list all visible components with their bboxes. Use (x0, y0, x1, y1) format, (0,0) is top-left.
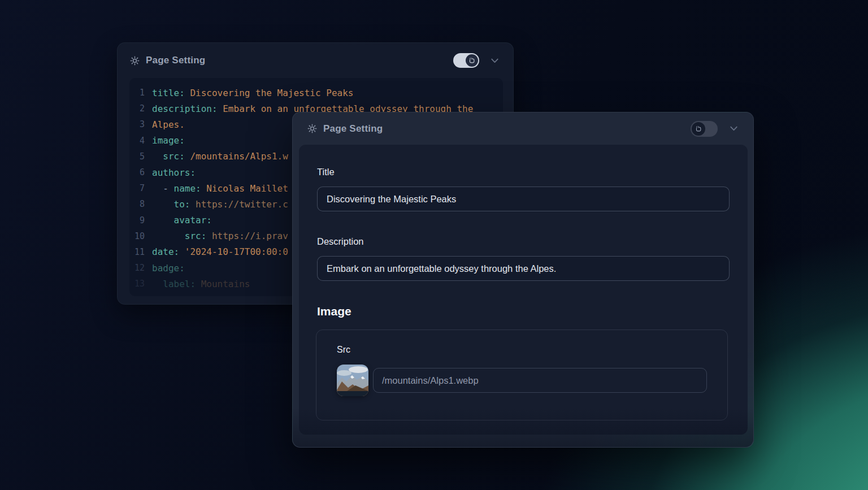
src-label: Src (337, 345, 707, 355)
line-number: 7 (129, 183, 152, 193)
page-setting-form: Title Description Image Src (299, 145, 748, 435)
description-label: Description (317, 236, 730, 247)
image-settings-card: Src (316, 329, 728, 420)
line-number: 3 (129, 119, 152, 129)
code-line: 1title: Discovering the Majestic Peaks (129, 85, 503, 101)
page-setting-form-panel: Page Setting Title Description I (292, 112, 754, 448)
line-number: 12 (129, 263, 152, 273)
form-panel-header: Page Setting (293, 112, 753, 145)
line-number: 13 (129, 279, 152, 289)
line-number: 10 (129, 231, 152, 241)
toggle-knob (466, 54, 478, 67)
title-label: Title (317, 167, 730, 177)
line-number: 9 (129, 215, 152, 226)
code-form-toggle[interactable] (691, 121, 718, 137)
gear-icon (129, 55, 140, 66)
image-thumbnail[interactable] (337, 365, 368, 396)
code-form-toggle-icon (695, 125, 702, 133)
toggle-knob (692, 122, 705, 136)
gear-icon (307, 123, 318, 134)
line-number: 4 (129, 136, 152, 146)
src-input[interactable] (373, 368, 707, 393)
line-number: 6 (129, 167, 152, 177)
line-number: 2 (129, 103, 152, 114)
line-number: 1 (129, 88, 152, 98)
code-panel-header: Page Setting (118, 43, 513, 78)
chevron-down-icon[interactable] (728, 123, 740, 135)
line-number: 8 (129, 199, 152, 209)
line-number: 11 (129, 247, 152, 257)
panel-title: Page Setting (146, 55, 205, 66)
image-section-heading: Image (317, 305, 730, 318)
panel-title: Page Setting (323, 123, 383, 135)
code-form-toggle[interactable] (453, 53, 479, 68)
title-input[interactable] (317, 187, 730, 211)
page-background: Page Setting 1title: Discovering the Maj… (0, 0, 868, 490)
mountain-photo (337, 365, 368, 396)
description-input[interactable] (317, 256, 730, 281)
code-form-toggle-icon (468, 57, 476, 64)
chevron-down-icon[interactable] (489, 55, 501, 67)
line-number: 5 (129, 151, 152, 162)
